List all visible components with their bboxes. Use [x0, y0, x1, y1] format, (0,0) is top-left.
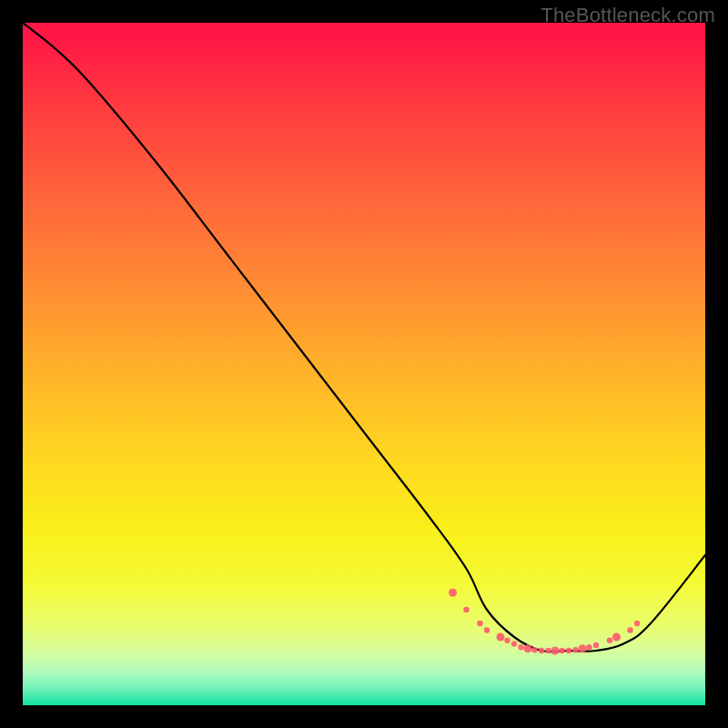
marker-dot [524, 644, 532, 652]
marker-dot [593, 642, 599, 648]
chart-frame: TheBottleneck.com [0, 0, 728, 728]
marker-dot [559, 648, 564, 653]
marker-dot [607, 638, 612, 643]
marker-dot [634, 621, 640, 626]
curve-line [23, 23, 705, 652]
marker-dot [497, 633, 505, 642]
marker-dots [449, 589, 640, 655]
marker-dot [551, 647, 560, 655]
marker-dot [463, 607, 469, 612]
marker-dot [612, 633, 621, 642]
marker-dot [484, 627, 490, 632]
marker-dot [579, 644, 587, 652]
marker-dot [572, 647, 578, 652]
marker-dot [545, 648, 551, 653]
marker-dot [586, 644, 592, 650]
plot-area [23, 23, 705, 705]
marker-dot [477, 621, 482, 626]
marker-dot [449, 589, 457, 597]
marker-dot [531, 647, 537, 652]
marker-dot [627, 627, 632, 632]
chart-svg [23, 23, 705, 705]
marker-dot [539, 648, 544, 653]
marker-dot [518, 644, 523, 650]
watermark-text: TheBottleneck.com [541, 4, 715, 27]
marker-dot [566, 648, 571, 653]
marker-dot [504, 638, 510, 643]
marker-dot [511, 641, 517, 646]
